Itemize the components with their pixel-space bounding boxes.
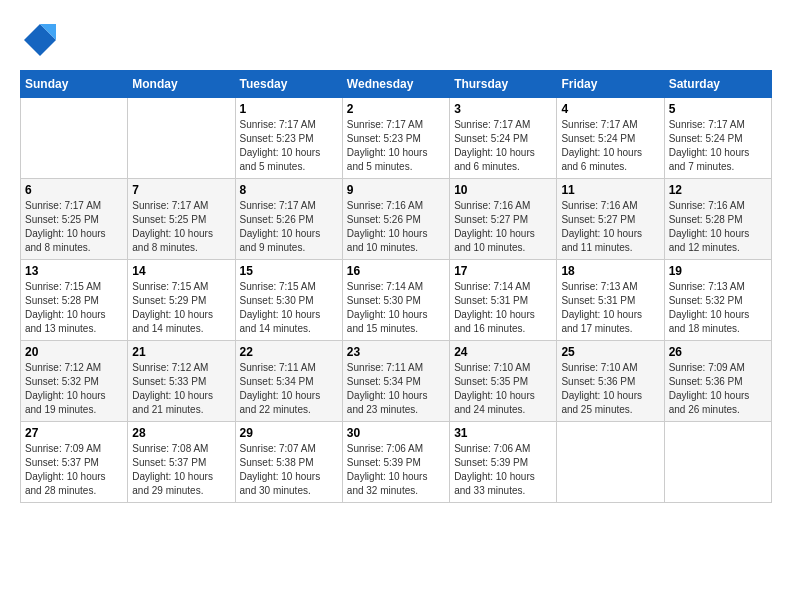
- day-info: Sunrise: 7:13 AM Sunset: 5:31 PM Dayligh…: [561, 280, 659, 336]
- day-number: 6: [25, 183, 123, 197]
- day-info: Sunrise: 7:12 AM Sunset: 5:33 PM Dayligh…: [132, 361, 230, 417]
- day-info: Sunrise: 7:11 AM Sunset: 5:34 PM Dayligh…: [240, 361, 338, 417]
- calendar-cell: 28Sunrise: 7:08 AM Sunset: 5:37 PM Dayli…: [128, 422, 235, 503]
- day-info: Sunrise: 7:10 AM Sunset: 5:35 PM Dayligh…: [454, 361, 552, 417]
- calendar-cell: 2Sunrise: 7:17 AM Sunset: 5:23 PM Daylig…: [342, 98, 449, 179]
- calendar-cell: 24Sunrise: 7:10 AM Sunset: 5:35 PM Dayli…: [450, 341, 557, 422]
- day-number: 1: [240, 102, 338, 116]
- day-number: 24: [454, 345, 552, 359]
- calendar-cell: 13Sunrise: 7:15 AM Sunset: 5:28 PM Dayli…: [21, 260, 128, 341]
- weekday-header-thursday: Thursday: [450, 71, 557, 98]
- logo-icon: [20, 20, 56, 56]
- day-info: Sunrise: 7:08 AM Sunset: 5:37 PM Dayligh…: [132, 442, 230, 498]
- day-number: 31: [454, 426, 552, 440]
- day-number: 5: [669, 102, 767, 116]
- day-number: 26: [669, 345, 767, 359]
- calendar-cell: 18Sunrise: 7:13 AM Sunset: 5:31 PM Dayli…: [557, 260, 664, 341]
- weekday-header-row: SundayMondayTuesdayWednesdayThursdayFrid…: [21, 71, 772, 98]
- weekday-header-monday: Monday: [128, 71, 235, 98]
- day-info: Sunrise: 7:07 AM Sunset: 5:38 PM Dayligh…: [240, 442, 338, 498]
- calendar-cell: 14Sunrise: 7:15 AM Sunset: 5:29 PM Dayli…: [128, 260, 235, 341]
- calendar-cell: 9Sunrise: 7:16 AM Sunset: 5:26 PM Daylig…: [342, 179, 449, 260]
- calendar-cell: 16Sunrise: 7:14 AM Sunset: 5:30 PM Dayli…: [342, 260, 449, 341]
- day-number: 14: [132, 264, 230, 278]
- day-info: Sunrise: 7:16 AM Sunset: 5:27 PM Dayligh…: [454, 199, 552, 255]
- calendar-cell: 23Sunrise: 7:11 AM Sunset: 5:34 PM Dayli…: [342, 341, 449, 422]
- day-number: 17: [454, 264, 552, 278]
- calendar-week-1: 1Sunrise: 7:17 AM Sunset: 5:23 PM Daylig…: [21, 98, 772, 179]
- day-info: Sunrise: 7:06 AM Sunset: 5:39 PM Dayligh…: [454, 442, 552, 498]
- day-number: 21: [132, 345, 230, 359]
- calendar-week-4: 20Sunrise: 7:12 AM Sunset: 5:32 PM Dayli…: [21, 341, 772, 422]
- calendar-cell: [21, 98, 128, 179]
- day-info: Sunrise: 7:16 AM Sunset: 5:26 PM Dayligh…: [347, 199, 445, 255]
- page-header: [20, 20, 772, 60]
- day-info: Sunrise: 7:17 AM Sunset: 5:25 PM Dayligh…: [132, 199, 230, 255]
- day-number: 8: [240, 183, 338, 197]
- calendar-cell: 19Sunrise: 7:13 AM Sunset: 5:32 PM Dayli…: [664, 260, 771, 341]
- calendar-cell: [128, 98, 235, 179]
- day-number: 19: [669, 264, 767, 278]
- weekday-header-sunday: Sunday: [21, 71, 128, 98]
- logo: [20, 20, 60, 60]
- day-number: 22: [240, 345, 338, 359]
- day-number: 2: [347, 102, 445, 116]
- day-info: Sunrise: 7:17 AM Sunset: 5:23 PM Dayligh…: [240, 118, 338, 174]
- day-info: Sunrise: 7:10 AM Sunset: 5:36 PM Dayligh…: [561, 361, 659, 417]
- day-info: Sunrise: 7:13 AM Sunset: 5:32 PM Dayligh…: [669, 280, 767, 336]
- day-info: Sunrise: 7:17 AM Sunset: 5:25 PM Dayligh…: [25, 199, 123, 255]
- day-info: Sunrise: 7:16 AM Sunset: 5:27 PM Dayligh…: [561, 199, 659, 255]
- calendar-cell: 27Sunrise: 7:09 AM Sunset: 5:37 PM Dayli…: [21, 422, 128, 503]
- day-info: Sunrise: 7:17 AM Sunset: 5:26 PM Dayligh…: [240, 199, 338, 255]
- calendar-table: SundayMondayTuesdayWednesdayThursdayFrid…: [20, 70, 772, 503]
- calendar-cell: 7Sunrise: 7:17 AM Sunset: 5:25 PM Daylig…: [128, 179, 235, 260]
- day-number: 27: [25, 426, 123, 440]
- day-number: 20: [25, 345, 123, 359]
- calendar-cell: 11Sunrise: 7:16 AM Sunset: 5:27 PM Dayli…: [557, 179, 664, 260]
- calendar-cell: 4Sunrise: 7:17 AM Sunset: 5:24 PM Daylig…: [557, 98, 664, 179]
- calendar-cell: 6Sunrise: 7:17 AM Sunset: 5:25 PM Daylig…: [21, 179, 128, 260]
- day-info: Sunrise: 7:15 AM Sunset: 5:28 PM Dayligh…: [25, 280, 123, 336]
- day-number: 12: [669, 183, 767, 197]
- day-number: 11: [561, 183, 659, 197]
- calendar-cell: 22Sunrise: 7:11 AM Sunset: 5:34 PM Dayli…: [235, 341, 342, 422]
- day-info: Sunrise: 7:17 AM Sunset: 5:24 PM Dayligh…: [669, 118, 767, 174]
- day-info: Sunrise: 7:09 AM Sunset: 5:37 PM Dayligh…: [25, 442, 123, 498]
- calendar-cell: 26Sunrise: 7:09 AM Sunset: 5:36 PM Dayli…: [664, 341, 771, 422]
- calendar-week-3: 13Sunrise: 7:15 AM Sunset: 5:28 PM Dayli…: [21, 260, 772, 341]
- day-info: Sunrise: 7:15 AM Sunset: 5:30 PM Dayligh…: [240, 280, 338, 336]
- day-info: Sunrise: 7:15 AM Sunset: 5:29 PM Dayligh…: [132, 280, 230, 336]
- weekday-header-saturday: Saturday: [664, 71, 771, 98]
- day-number: 25: [561, 345, 659, 359]
- day-info: Sunrise: 7:14 AM Sunset: 5:30 PM Dayligh…: [347, 280, 445, 336]
- day-info: Sunrise: 7:17 AM Sunset: 5:24 PM Dayligh…: [561, 118, 659, 174]
- weekday-header-wednesday: Wednesday: [342, 71, 449, 98]
- calendar-cell: 8Sunrise: 7:17 AM Sunset: 5:26 PM Daylig…: [235, 179, 342, 260]
- weekday-header-tuesday: Tuesday: [235, 71, 342, 98]
- day-info: Sunrise: 7:06 AM Sunset: 5:39 PM Dayligh…: [347, 442, 445, 498]
- day-info: Sunrise: 7:11 AM Sunset: 5:34 PM Dayligh…: [347, 361, 445, 417]
- calendar-cell: 12Sunrise: 7:16 AM Sunset: 5:28 PM Dayli…: [664, 179, 771, 260]
- day-number: 3: [454, 102, 552, 116]
- calendar-cell: 10Sunrise: 7:16 AM Sunset: 5:27 PM Dayli…: [450, 179, 557, 260]
- day-number: 30: [347, 426, 445, 440]
- day-number: 7: [132, 183, 230, 197]
- day-number: 28: [132, 426, 230, 440]
- day-number: 16: [347, 264, 445, 278]
- day-number: 9: [347, 183, 445, 197]
- day-info: Sunrise: 7:09 AM Sunset: 5:36 PM Dayligh…: [669, 361, 767, 417]
- day-number: 10: [454, 183, 552, 197]
- calendar-cell: 20Sunrise: 7:12 AM Sunset: 5:32 PM Dayli…: [21, 341, 128, 422]
- calendar-week-2: 6Sunrise: 7:17 AM Sunset: 5:25 PM Daylig…: [21, 179, 772, 260]
- day-info: Sunrise: 7:17 AM Sunset: 5:24 PM Dayligh…: [454, 118, 552, 174]
- calendar-cell: 1Sunrise: 7:17 AM Sunset: 5:23 PM Daylig…: [235, 98, 342, 179]
- calendar-cell: 5Sunrise: 7:17 AM Sunset: 5:24 PM Daylig…: [664, 98, 771, 179]
- day-number: 29: [240, 426, 338, 440]
- calendar-week-5: 27Sunrise: 7:09 AM Sunset: 5:37 PM Dayli…: [21, 422, 772, 503]
- calendar-cell: [664, 422, 771, 503]
- calendar-cell: [557, 422, 664, 503]
- day-info: Sunrise: 7:17 AM Sunset: 5:23 PM Dayligh…: [347, 118, 445, 174]
- day-number: 15: [240, 264, 338, 278]
- calendar-cell: 31Sunrise: 7:06 AM Sunset: 5:39 PM Dayli…: [450, 422, 557, 503]
- day-number: 4: [561, 102, 659, 116]
